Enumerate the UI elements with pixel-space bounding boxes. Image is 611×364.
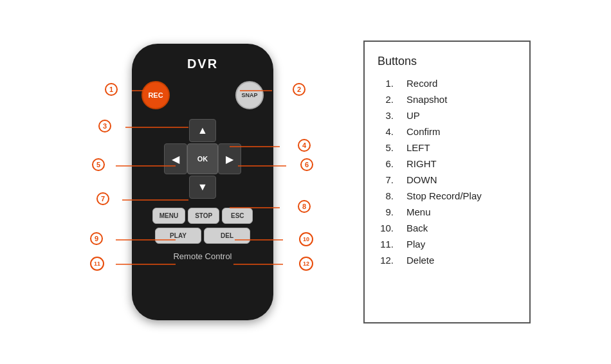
legend-item: 4.Confirm [378,126,510,137]
dpad-middle-row: ◀ OK ▶ [164,143,241,174]
main-container: 1 2 3 4 5 6 7 8 9 [0,0,611,364]
legend-num: 12. [378,255,394,266]
annotation-4: 4 [298,139,311,152]
remote-section: 1 2 3 4 5 6 7 8 9 [80,21,325,343]
legend-item: 2.Snapshot [378,94,510,105]
remote-label: Remote Control [173,251,232,261]
legend-item: 1.Record [378,78,510,89]
stop-button[interactable]: STOP [188,208,219,224]
annotation-2: 2 [293,83,306,96]
legend-text: Stop Record/Play [406,190,482,201]
esc-button[interactable]: ESC [222,208,253,224]
remote-control: DVR REC SNAP ▲ ◀ OK ▶ ▼ MEN [132,44,273,320]
legend-num: 1. [378,78,394,89]
up-button-wrapper: ▲ [189,119,216,142]
play-button[interactable]: PLAY [155,228,201,244]
del-button[interactable]: DEL [204,228,250,244]
snap-button[interactable]: SNAP [235,81,264,109]
legend-num: 9. [378,206,394,217]
legend-text: Menu [406,206,431,217]
legend-text: RIGHT [406,158,437,169]
bottom-row-1: MENU STOP ESC [152,208,253,224]
legend-num: 7. [378,174,394,185]
legend-text: Record [406,78,437,89]
annotation-circle-5: 5 [92,158,105,171]
down-button-wrapper: ▼ [189,176,216,199]
legend-item: 10.Back [378,223,510,233]
annotation-5: 5 [92,158,105,171]
annotation-circle-11: 11 [90,257,104,271]
legend-title: Buttons [378,55,510,68]
legend-item: 3.UP [378,110,510,121]
annotation-circle-3: 3 [98,120,111,132]
legend-num: 2. [378,94,394,105]
legend-num: 11. [378,239,394,250]
legend-text: Confirm [406,126,441,137]
legend-num: 5. [378,142,394,153]
legend-item: 7.DOWN [378,174,510,185]
legend-item: 6.RIGHT [378,158,510,169]
annotation-circle-2: 2 [293,83,306,96]
annotation-circle-12: 12 [299,257,313,271]
legend-text: Snapshot [406,94,447,105]
legend-num: 8. [378,190,394,201]
legend-text: Back [406,223,428,233]
annotation-6: 6 [300,158,313,171]
legend-item: 8.Stop Record/Play [378,190,510,201]
annotation-circle-1: 1 [105,83,118,96]
annotation-3: 3 [98,120,111,132]
rec-button[interactable]: REC [141,81,170,109]
legend-list: 1.Record2.Snapshot3.UP4.Confirm5.LEFT6.R… [378,78,510,266]
annotation-circle-4: 4 [298,139,311,152]
legend-num: 3. [378,110,394,121]
legend-text: DOWN [406,174,437,185]
annotation-circle-8: 8 [298,200,311,213]
annotation-circle-6: 6 [300,158,313,171]
remote-title: DVR [187,57,218,71]
left-button[interactable]: ◀ [164,143,187,174]
top-buttons-row: REC SNAP [141,81,264,109]
legend-num: 4. [378,126,394,137]
annotation-11: 11 [90,257,104,271]
annotation-10: 10 [299,232,313,246]
legend-text: Play [406,239,425,250]
down-button[interactable]: ▼ [189,176,216,199]
annotation-circle-10: 10 [299,232,313,246]
legend-text: LEFT [406,142,430,153]
annotation-circle-7: 7 [96,192,109,205]
menu-button[interactable]: MENU [152,208,185,224]
legend-num: 6. [378,158,394,169]
legend-panel: Buttons 1.Record2.Snapshot3.UP4.Confirm5… [363,41,531,323]
legend-item: 11.Play [378,239,510,250]
annotation-12: 12 [299,257,313,271]
bottom-row-2: PLAY DEL [155,228,250,244]
annotation-circle-9: 9 [90,232,103,245]
annotation-7: 7 [96,192,109,205]
right-button[interactable]: ▶ [218,143,241,174]
annotation-9: 9 [90,232,103,245]
ok-button[interactable]: OK [187,143,218,174]
up-button[interactable]: ▲ [189,119,216,142]
legend-num: 10. [378,223,394,233]
legend-item: 5.LEFT [378,142,510,153]
legend-text: UP [406,110,420,121]
annotation-1: 1 [105,83,118,96]
legend-text: Delete [406,255,434,266]
legend-item: 9.Menu [378,206,510,217]
annotation-8: 8 [298,200,311,213]
legend-item: 12.Delete [378,255,510,266]
